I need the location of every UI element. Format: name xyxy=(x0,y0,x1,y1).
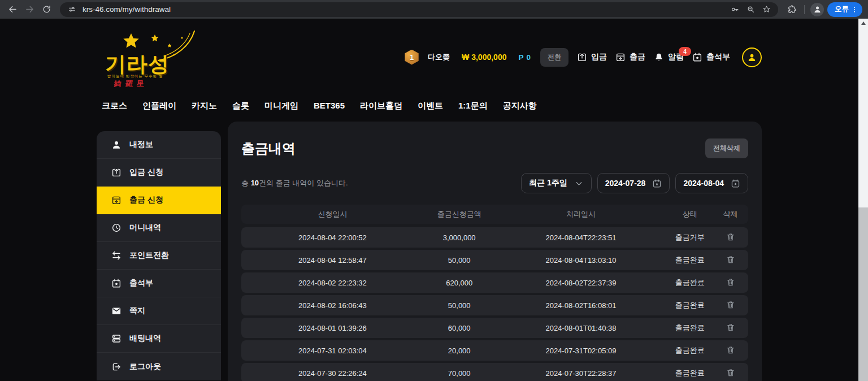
delete-cell xyxy=(713,300,748,311)
sidebar-item[interactable]: 출석부 xyxy=(97,270,221,297)
sidebar-item[interactable]: 로그아웃 xyxy=(97,353,221,380)
trash-icon[interactable] xyxy=(726,323,735,332)
nav-item[interactable]: 1:1문의 xyxy=(458,101,488,111)
delete-cell xyxy=(713,368,748,379)
delete-cell xyxy=(713,278,748,288)
password-key-icon[interactable] xyxy=(730,5,740,15)
content: 내정보입금 신청출금 신청머니내역포인트전환출석부쪽지배팅내역로그아웃 출금내역… xyxy=(97,122,762,381)
period-select[interactable]: 최근 1주일 xyxy=(521,173,592,193)
nav-item[interactable]: 공지사항 xyxy=(503,101,537,111)
date-to-input[interactable]: 2024-08-04 xyxy=(675,173,748,193)
scrollbar-thumb[interactable] xyxy=(858,207,868,381)
zoom-out-icon[interactable] xyxy=(745,5,756,15)
sidebar-item-label: 입금 신청 xyxy=(129,167,163,177)
sidebar-item[interactable]: 출금 신청 xyxy=(97,187,221,214)
withdraw-icon xyxy=(615,52,626,62)
trash-icon[interactable] xyxy=(726,368,735,377)
browser-toolbar: krs-46.com/my/withdrawal 오류 xyxy=(0,0,868,19)
nav-item[interactable]: 크로스 xyxy=(102,101,127,111)
site-logo[interactable]: 기라성 밤하늘에 반짝이는 무수한 별 綺羅星 xyxy=(105,31,196,93)
deposit-button[interactable]: 입금 xyxy=(577,52,607,62)
kebab-menu-icon xyxy=(850,5,859,14)
alerts-button[interactable]: 알림 4 xyxy=(654,52,684,62)
table-row: 2024-08-04 22:00:523,000,0002024-08-04T2… xyxy=(241,227,748,248)
point-value: 0 xyxy=(526,53,531,62)
user-header: 1 다오좆 ₩ 3,000,000 P 0 전환 입금 출금 알림 4 xyxy=(404,47,762,67)
nav-item[interactable]: 인플레이 xyxy=(142,101,176,111)
trash-icon[interactable] xyxy=(726,300,735,309)
filter-controls: 최근 1주일 2024-07-28 2024-08-04 xyxy=(521,173,748,193)
sidebar-item[interactable]: 포인트전환 xyxy=(97,242,221,270)
sidebar-item[interactable]: 내정보 xyxy=(97,131,221,159)
back-icon[interactable] xyxy=(6,3,19,16)
summary-count: 10 xyxy=(251,179,259,187)
sidebar-item[interactable]: 배팅내역 xyxy=(97,325,221,353)
period-value: 최근 1주일 xyxy=(529,178,567,188)
nav-item[interactable]: 이벤트 xyxy=(418,101,443,111)
sidebar-item-label: 출석부 xyxy=(129,278,153,288)
scroll-up-icon[interactable] xyxy=(858,19,868,28)
requested-at-cell: 2024-08-02 16:06:43 xyxy=(241,301,424,310)
point-label: P xyxy=(518,53,523,62)
column-header: 상태 xyxy=(667,209,713,219)
processed-at-cell: 2024-08-04T13:03:10 xyxy=(494,256,667,265)
level-badge: 1 xyxy=(404,50,419,65)
bell-icon xyxy=(654,52,664,62)
amount-cell: 50,000 xyxy=(424,256,495,265)
site-settings-icon[interactable] xyxy=(67,5,77,15)
points: P 0 xyxy=(518,53,531,62)
amount-cell: 620,000 xyxy=(424,279,495,287)
sidebar-menu: 내정보입금 신청출금 신청머니내역포인트전환출석부쪽지배팅내역로그아웃 xyxy=(97,131,221,380)
sidebar-item[interactable]: 쪽지 xyxy=(97,297,221,325)
column-header: 처리일시 xyxy=(494,209,667,219)
chevron-down-icon xyxy=(574,179,584,188)
table-row: 2024-08-02 22:23:32620,0002024-08-02T22:… xyxy=(241,272,748,293)
sidebar-item[interactable]: 입금 신청 xyxy=(97,159,221,187)
requested-at-cell: 2024-08-04 22:00:52 xyxy=(241,233,424,242)
status-cell: 출금완료 xyxy=(667,323,713,333)
summary-suffix: 건의 출금 내역이 있습니다. xyxy=(259,179,348,187)
trash-icon[interactable] xyxy=(726,255,735,264)
trash-icon[interactable] xyxy=(726,278,735,287)
sidebar-item-label: 배팅내역 xyxy=(129,334,161,344)
transfer-icon xyxy=(111,250,121,261)
logout-icon xyxy=(111,362,121,372)
url-text[interactable]: krs-46.com/my/withdrawal xyxy=(83,5,171,14)
requested-at-cell: 2024-07-30 22:26:24 xyxy=(241,369,424,378)
page-scrollbar[interactable] xyxy=(858,19,868,381)
address-bar[interactable]: krs-46.com/my/withdrawal xyxy=(60,2,778,17)
date-to-value: 2024-08-04 xyxy=(683,179,724,188)
withdraw-button[interactable]: 출금 xyxy=(615,52,645,62)
nav-item[interactable]: 슬롯 xyxy=(232,101,249,111)
date-from-input[interactable]: 2024-07-28 xyxy=(597,173,670,193)
balance-amount: ₩ 3,000,000 xyxy=(462,53,506,62)
profile-avatar[interactable] xyxy=(742,47,762,67)
table-row: 2024-08-01 01:39:2660,0002024-08-01T01:4… xyxy=(241,318,748,338)
delete-cell xyxy=(713,255,748,266)
delete-all-button[interactable]: 전체삭제 xyxy=(705,138,748,158)
nav-item[interactable]: 미니게임 xyxy=(264,101,298,111)
nav-item[interactable]: BET365 xyxy=(314,101,345,111)
delete-cell xyxy=(713,323,748,334)
trash-icon[interactable] xyxy=(726,345,735,354)
processed-at-cell: 2024-08-02T22:37:39 xyxy=(494,279,667,287)
bookmark-star-icon[interactable] xyxy=(761,5,771,15)
table-header-row: 신청일시출금신청금액처리일시상태삭제 xyxy=(241,205,748,224)
sidebar-item[interactable]: 머니내역 xyxy=(97,214,221,242)
sidebar-item-label: 내정보 xyxy=(129,140,153,150)
convert-button[interactable]: 전환 xyxy=(540,48,568,67)
reload-icon[interactable] xyxy=(40,3,53,16)
browser-profile-icon[interactable] xyxy=(810,3,824,16)
sidebar-item-label: 머니내역 xyxy=(129,223,161,233)
list-icon xyxy=(111,334,121,344)
browser-menu-button[interactable]: 오류 xyxy=(827,2,862,17)
attendance-button[interactable]: 출석부 xyxy=(692,52,730,62)
sidebar-item-label: 쪽지 xyxy=(129,306,145,316)
trash-icon[interactable] xyxy=(726,232,735,241)
forward-icon[interactable] xyxy=(23,3,36,16)
extensions-icon[interactable] xyxy=(785,3,798,16)
status-cell: 출금완료 xyxy=(667,255,713,265)
calendar-icon xyxy=(692,52,702,62)
nav-item[interactable]: 카지노 xyxy=(192,101,217,111)
nav-item[interactable]: 라이브홀덤 xyxy=(360,101,402,111)
